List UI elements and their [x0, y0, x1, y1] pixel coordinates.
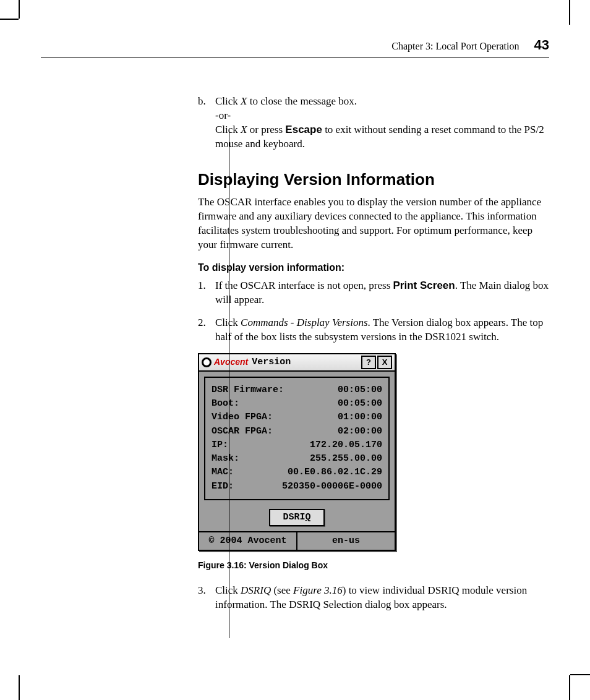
intro-paragraph: The OSCAR interface enables you to displ… — [198, 195, 549, 252]
step-2: 2. Click Commands - Display Versions. Th… — [198, 316, 549, 344]
version-row: Mask:255.255.00.00 — [212, 453, 382, 465]
substep-b: b. Click X to close the message box. -or… — [198, 95, 549, 152]
dialog-title: Version — [252, 356, 291, 369]
version-row: Boot:00:05:00 — [212, 398, 382, 410]
version-row: MAC:00.E0.86.02.1C.29 — [212, 466, 382, 479]
section-heading: Displaying Version Information — [198, 169, 549, 190]
step-3: 3. Click DSRIQ (see Figure 3.16) to view… — [198, 584, 549, 612]
page-number: 43 — [534, 37, 549, 53]
procedure-heading: To display version information: — [198, 261, 549, 275]
locale-label: en-us — [296, 532, 395, 550]
version-row: EID:520350-00006E-0000 — [212, 480, 382, 493]
version-row: DSR Firmware:00:05:00 — [212, 384, 382, 396]
close-button[interactable]: X — [377, 356, 392, 369]
dsriq-button[interactable]: DSRIQ — [269, 509, 324, 526]
version-row: Video FPGA:01:00:00 — [212, 411, 382, 424]
copyright-label: © 2004 Avocent — [199, 532, 296, 550]
margin-rule — [229, 130, 229, 638]
step-1: 1. If the OSCAR interface is not open, p… — [198, 279, 549, 307]
avocent-logo-icon — [202, 357, 212, 367]
version-row: OSCAR FPGA:02:00:00 — [212, 425, 382, 438]
chapter-label: Chapter 3: Local Port Operation — [391, 41, 519, 52]
version-row: IP:172.20.05.170 — [212, 439, 382, 451]
page-header: Chapter 3: Local Port Operation 43 — [41, 37, 549, 58]
figure-caption: Figure 3.16: Version Dialog Box — [198, 560, 549, 571]
version-dialog: Avocent Version ? X DSR Firmware:00:05:0… — [198, 353, 396, 552]
version-list: DSR Firmware:00:05:00 Boot:00:05:00 Vide… — [204, 377, 390, 500]
help-button[interactable]: ? — [361, 356, 376, 369]
brand-label: Avocent — [214, 356, 248, 368]
